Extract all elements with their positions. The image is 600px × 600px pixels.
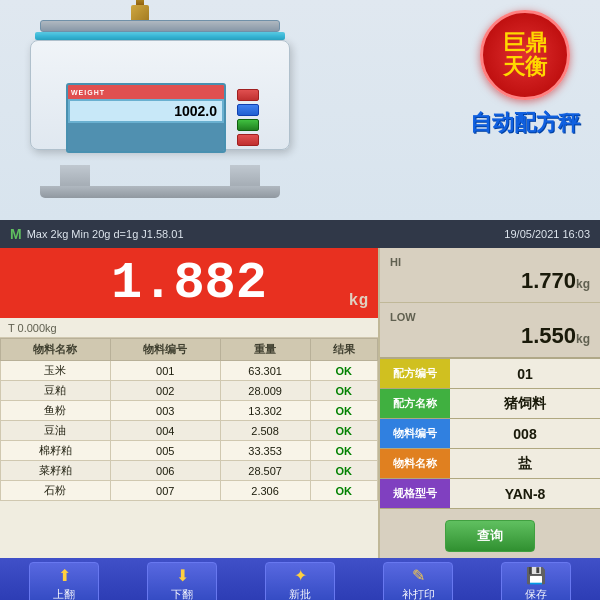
cell-result: OK <box>310 481 377 501</box>
col-header-weight: 重量 <box>220 339 310 361</box>
cell-name: 棉籽粕 <box>1 441 111 461</box>
table-row: 豆油 004 2.508 OK <box>1 421 378 441</box>
scale-buttons <box>237 89 259 146</box>
scale-btn-red2 <box>237 134 259 146</box>
scale-body: WEIGHT 1002.0 <box>30 40 290 150</box>
screen-label: WEIGHT <box>71 89 105 96</box>
data-table: 物料名称 物料编号 重量 结果 玉米 001 63.301 OK 豆粕 002 … <box>0 338 378 501</box>
brand-area: 巨鼎 天衡 自动配方秤 <box>470 10 580 138</box>
brand-text-line1: 巨鼎 <box>503 31 547 55</box>
toolbar-label-3: 补打印 <box>402 587 435 600</box>
toolbar-btn-0[interactable]: ⬆ 上翻 <box>29 562 99 600</box>
cell-result: OK <box>310 421 377 441</box>
toolbar-label-2: 新批 <box>289 587 311 600</box>
toolbar-icon-3: ✎ <box>412 566 425 585</box>
info-row: 规格型号 YAN-8 <box>380 479 600 509</box>
table-row: 豆粕 002 28.009 OK <box>1 381 378 401</box>
info-value: 008 <box>450 419 600 448</box>
query-button[interactable]: 查询 <box>445 520 535 552</box>
cell-weight: 28.507 <box>220 461 310 481</box>
toolbar-icon-4: 💾 <box>526 566 546 585</box>
scale-image: WEIGHT 1002.0 <box>10 10 310 210</box>
cell-result: OK <box>310 461 377 481</box>
toolbar-btn-4[interactable]: 💾 保存 <box>501 562 571 600</box>
info-row: 物料名称 盐 <box>380 449 600 479</box>
toolbar-label-4: 保存 <box>525 587 547 600</box>
right-panel: HI 1.770kg LOW 1.550kg 配方编号 01 配方名称 猪饲料 … <box>380 248 600 558</box>
scale-btn-blue <box>237 104 259 116</box>
low-label: LOW <box>390 311 590 323</box>
cell-result: OK <box>310 361 377 381</box>
info-label: 物料名称 <box>380 449 450 478</box>
brand-circle: 巨鼎 天衡 <box>480 10 570 100</box>
brand-text-line2: 天衡 <box>503 55 547 79</box>
cell-weight: 63.301 <box>220 361 310 381</box>
cell-weight: 13.302 <box>220 401 310 421</box>
scale-base <box>40 186 280 198</box>
brand-subtitle: 自动配方秤 <box>470 108 580 138</box>
low-unit: kg <box>576 332 590 346</box>
info-label: 配方名称 <box>380 389 450 418</box>
cell-code: 004 <box>110 421 220 441</box>
cell-name: 玉米 <box>1 361 111 381</box>
big-weight-unit: kg <box>349 292 368 310</box>
low-number: 1.550 <box>521 323 576 348</box>
cell-name: 石粉 <box>1 481 111 501</box>
datetime-display: 19/05/2021 16:03 <box>504 228 590 240</box>
cell-result: OK <box>310 381 377 401</box>
tare-value: T 0.000kg <box>8 322 57 334</box>
screen-weight-value: 1002.0 <box>70 101 222 121</box>
toolbar-icon-0: ⬆ <box>58 566 71 585</box>
scale-btn-red <box>237 89 259 101</box>
hi-unit: kg <box>576 277 590 291</box>
low-value: 1.550kg <box>390 323 590 349</box>
status-left: M Max 2kg Min 20g d=1g J1.58.01 <box>10 226 184 242</box>
cell-name: 豆粕 <box>1 381 111 401</box>
cell-name: 菜籽粕 <box>1 461 111 481</box>
hi-number: 1.770 <box>521 268 576 293</box>
m-indicator: M <box>10 226 22 242</box>
scale-platform-top <box>40 20 280 32</box>
info-value: 猪饲料 <box>450 389 600 418</box>
toolbar-btn-2[interactable]: ✦ 新批 <box>265 562 335 600</box>
info-value: YAN-8 <box>450 479 600 508</box>
table-row: 棉籽粕 005 33.353 OK <box>1 441 378 461</box>
display-area: 1.882 kg T 0.000kg 物料名称 物料编号 重量 结果 <box>0 248 600 558</box>
cell-result: OK <box>310 401 377 421</box>
info-label: 规格型号 <box>380 479 450 508</box>
low-display: LOW 1.550kg <box>380 303 600 359</box>
status-bar: M Max 2kg Min 20g d=1g J1.58.01 19/05/20… <box>0 220 600 248</box>
cell-weight: 33.353 <box>220 441 310 461</box>
cell-weight: 28.009 <box>220 381 310 401</box>
top-section: WEIGHT 1002.0 巨鼎 天衡 自动 <box>0 0 600 220</box>
cell-weight: 2.508 <box>220 421 310 441</box>
info-value: 盐 <box>450 449 600 478</box>
cell-code: 005 <box>110 441 220 461</box>
col-header-name: 物料名称 <box>1 339 111 361</box>
left-panel: 1.882 kg T 0.000kg 物料名称 物料编号 重量 结果 <box>0 248 380 558</box>
scale-btn-green <box>237 119 259 131</box>
table-header-row: 物料名称 物料编号 重量 结果 <box>1 339 378 361</box>
toolbar-btn-1[interactable]: ⬇ 下翻 <box>147 562 217 600</box>
table-row: 菜籽粕 006 28.507 OK <box>1 461 378 481</box>
scale-platform-surface <box>35 32 285 40</box>
main-display: M Max 2kg Min 20g d=1g J1.58.01 19/05/20… <box>0 220 600 600</box>
col-header-result: 结果 <box>310 339 377 361</box>
cell-code: 006 <box>110 461 220 481</box>
cell-name: 豆油 <box>1 421 111 441</box>
table-row: 石粉 007 2.306 OK <box>1 481 378 501</box>
cell-result: OK <box>310 441 377 461</box>
cell-code: 007 <box>110 481 220 501</box>
toolbar-icon-1: ⬇ <box>176 566 189 585</box>
cell-name: 鱼粉 <box>1 401 111 421</box>
col-header-code: 物料编号 <box>110 339 220 361</box>
scale-screen: WEIGHT 1002.0 <box>66 83 226 153</box>
info-label: 物料编号 <box>380 419 450 448</box>
info-row: 配方编号 01 <box>380 359 600 389</box>
info-row: 物料编号 008 <box>380 419 600 449</box>
toolbar-btn-3[interactable]: ✎ 补打印 <box>383 562 453 600</box>
table-row: 玉米 001 63.301 OK <box>1 361 378 381</box>
toolbar-label-0: 上翻 <box>53 587 75 600</box>
tare-display: T 0.000kg <box>0 318 378 338</box>
hi-display: HI 1.770kg <box>380 248 600 303</box>
